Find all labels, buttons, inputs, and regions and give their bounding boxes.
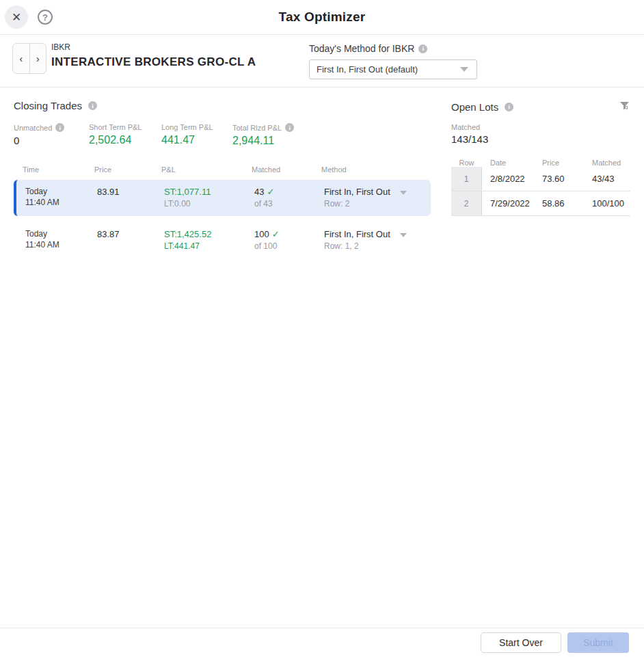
lot-price: 58.86: [534, 191, 584, 215]
filter-icon: [619, 100, 630, 111]
instrument-meta: IBKR INTERACTIVE BROKERS GRO-CL A: [51, 42, 256, 69]
closing-trades-stats: Unmatched i 0 Short Term P&L 2,502.64 Lo…: [14, 123, 431, 147]
column-header-row: Row: [451, 159, 482, 167]
instrument-bar: ‹ › IBKR INTERACTIVE BROKERS GRO-CL A To…: [0, 35, 644, 88]
info-icon[interactable]: i: [418, 44, 427, 53]
stat-short-term-pl-value: 2,502.64: [89, 134, 161, 146]
stat-long-term-pl: Long Term P&L 441.47: [161, 123, 232, 147]
closing-trades-panel: Closing Trades i Unmatched i 0 Short Ter…: [14, 88, 431, 258]
method-select-value: First In, First Out (default): [317, 64, 460, 75]
start-over-button[interactable]: Start Over: [481, 632, 561, 653]
trade-pl-long: LT:0.00: [164, 198, 254, 210]
trade-pl: ST:1,077.11 LT:0.00: [164, 186, 254, 210]
trade-method-rows: Row: 1, 2: [324, 241, 431, 252]
trade-time: Today 11:40 AM: [25, 186, 97, 208]
trade-price: 83.87: [97, 228, 164, 240]
open-lot-row[interactable]: 2 7/29/2022 58.86 100/100: [451, 191, 630, 216]
filter-button[interactable]: [619, 100, 630, 113]
trade-matched: 43✓ of 43: [254, 186, 324, 210]
footer-bar: Start Over Submit: [0, 628, 644, 657]
lot-price: 73.60: [534, 167, 584, 191]
lot-matched: 100/100: [584, 191, 630, 215]
check-icon: ✓: [272, 229, 280, 239]
lot-row-number: 1: [451, 167, 482, 191]
stat-long-term-pl-value: 441.47: [161, 134, 232, 146]
lot-row-number: 2: [451, 191, 482, 215]
stat-total-rlzd-pl-value: 2,944.11: [232, 135, 294, 147]
column-header-price: Price: [534, 159, 584, 167]
trade-method-rows: Row: 2: [324, 198, 431, 210]
title-bar: ✕ ? Tax Optimizer: [0, 0, 644, 35]
trade-pl-short: ST:1,077.11: [164, 186, 254, 198]
column-header-matched: Matched: [252, 165, 321, 174]
instrument-pager: ‹ ›: [12, 43, 46, 74]
open-lots-matched-value: 143/143: [451, 133, 630, 145]
method-select[interactable]: First In, First Out (default): [309, 59, 477, 79]
column-header-date: Date: [482, 159, 534, 167]
info-icon[interactable]: i: [88, 101, 97, 110]
stat-total-rlzd-pl: Total Rlzd P&L i 2,944.11: [232, 123, 294, 147]
closing-trade-row[interactable]: Today 11:40 AM 83.91 ST:1,077.11 LT:0.00…: [14, 180, 431, 216]
lot-matched: 43/43: [584, 167, 630, 191]
stat-unmatched-value: 0: [14, 135, 89, 146]
open-lots-title: Open Lots: [451, 101, 498, 113]
closing-trade-row[interactable]: Today 11:40 AM 83.87 ST:1,425.52 LT:441.…: [14, 222, 431, 258]
method-label-row: Today's Method for IBKR i: [309, 43, 477, 54]
next-instrument-button[interactable]: ›: [30, 44, 46, 73]
previous-instrument-button[interactable]: ‹: [13, 44, 30, 73]
trade-method: First In, First Out Row: 1, 2: [324, 228, 431, 252]
submit-button[interactable]: Submit: [567, 632, 629, 653]
lot-date: 7/29/2022: [482, 191, 534, 215]
chevron-down-icon[interactable]: [400, 191, 407, 195]
chevron-down-icon: [460, 67, 468, 72]
trade-time: Today 11:40 AM: [25, 228, 97, 250]
method-selector-group: Today's Method for IBKR i First In, Firs…: [309, 43, 477, 79]
chevron-left-icon: ‹: [19, 53, 23, 64]
info-icon[interactable]: i: [505, 103, 513, 111]
method-label: Today's Method for IBKR: [309, 43, 414, 54]
stat-short-term-pl: Short Term P&L 2,502.64: [89, 123, 161, 147]
chevron-down-icon[interactable]: [400, 233, 407, 237]
lot-date: 2/8/2022: [482, 167, 534, 191]
trade-pl-short: ST:1,425.52: [164, 228, 254, 240]
instrument-name: INTERACTIVE BROKERS GRO-CL A: [51, 55, 256, 69]
column-header-matched: Matched: [584, 159, 630, 167]
trade-pl: ST:1,425.52 LT:441.47: [164, 228, 254, 252]
open-lot-row[interactable]: 1 2/8/2022 73.60 43/43: [451, 167, 630, 191]
stat-unmatched: Unmatched i 0: [14, 123, 89, 147]
column-header-pl: P&L: [161, 165, 252, 174]
page-title: Tax Optimizer: [0, 10, 644, 25]
trade-method: First In, First Out Row: 2: [324, 186, 431, 210]
column-header-time: Time: [23, 165, 94, 174]
info-icon[interactable]: i: [285, 123, 294, 132]
info-icon[interactable]: i: [55, 123, 64, 132]
open-lots-matched-label: Matched: [451, 123, 630, 131]
trade-price: 83.91: [97, 186, 164, 198]
open-lots-panel: Open Lots i Matched 143/143 Row Date Pri…: [451, 88, 630, 216]
account-label: IBKR: [51, 42, 256, 52]
column-header-price: Price: [94, 165, 161, 174]
closing-trades-title: Closing Trades: [14, 100, 82, 111]
check-icon: ✓: [267, 187, 274, 197]
tax-optimizer-dialog: ✕ ? Tax Optimizer ‹ › IBKR INTERACTIVE B…: [0, 0, 644, 657]
open-lots-header: Row Date Price Matched: [451, 159, 630, 167]
chevron-right-icon: ›: [36, 53, 40, 64]
trade-matched: 100✓ of 100: [254, 228, 324, 252]
closing-trades-header: Time Price P&L Matched Method: [14, 165, 431, 174]
column-header-method: Method: [321, 165, 431, 174]
trade-pl-long: LT:441.47: [164, 241, 254, 252]
